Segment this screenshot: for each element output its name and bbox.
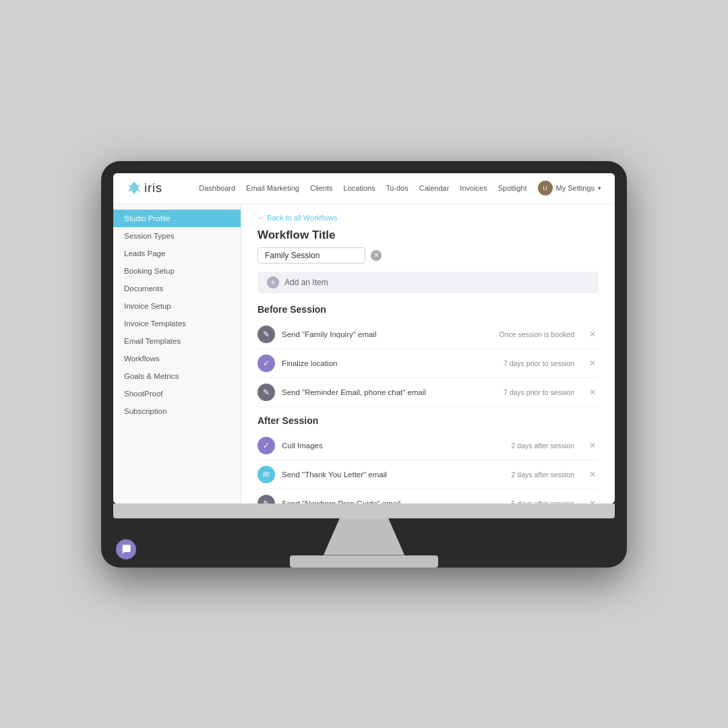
workflow-title-input[interactable] <box>257 247 365 264</box>
check-icon-1: ✓ <box>257 355 275 372</box>
sidebar-item-email-templates[interactable]: Email Templates <box>113 332 241 350</box>
sidebar-item-booking-setup[interactable]: Booking Setup <box>113 262 241 280</box>
logo-icon <box>127 181 142 195</box>
workflow-title-label: Workflow Title <box>257 229 599 242</box>
after-item-timing-0: 2 days after session <box>512 442 574 450</box>
email-icon-after-1: ✉ <box>257 466 275 483</box>
user-avatar: U <box>538 181 553 195</box>
sidebar-item-shootproof[interactable]: ShootProof <box>113 385 241 402</box>
sidebar-item-workflows[interactable]: Workflows <box>113 350 241 367</box>
after-item-delete-0[interactable]: ✕ <box>586 439 599 452</box>
before-item-text-1: Finalize location <box>282 359 497 367</box>
edit-icon-0: ✎ <box>257 326 275 343</box>
top-nav: iris Dashboard Email Marketing Clients L… <box>113 173 615 204</box>
after-item-timing-2: 5 days after session <box>512 499 574 504</box>
before-item-2: ✎ Send "Reminder Email, phone chat" emai… <box>257 378 599 407</box>
after-item-text-0: Cull Images <box>282 442 505 450</box>
after-item-text-1: Send "Thank You Letter" email <box>282 471 505 479</box>
after-item-0: ✓ Cull Images 2 days after session ✕ <box>257 431 599 460</box>
add-item-bar[interactable]: + Add an Item <box>257 272 599 293</box>
sidebar-item-documents[interactable]: Documents <box>113 280 241 297</box>
before-item-text-2: Send "Reminder Email, phone chat" email <box>282 388 497 396</box>
edit-icon-2: ✎ <box>257 384 275 401</box>
sidebar-item-invoice-setup[interactable]: Invoice Setup <box>113 297 241 315</box>
nav-todos[interactable]: To-dos <box>386 184 408 192</box>
nav-spotlight[interactable]: Spotlight <box>498 184 527 192</box>
after-item-1: ✉ Send "Thank You Letter" email 2 days a… <box>257 460 599 489</box>
nav-locations[interactable]: Locations <box>344 184 375 192</box>
nav-user[interactable]: U My Settings ▾ <box>538 181 601 195</box>
logo: iris <box>127 181 162 195</box>
nav-invoices[interactable]: Invoices <box>460 184 487 192</box>
nav-user-label: My Settings <box>556 184 595 192</box>
add-item-label: Add an Item <box>284 278 328 287</box>
after-item-2: ✎ Send "Newborn Prep Guide" email 5 days… <box>257 489 599 504</box>
nav-calendar[interactable]: Calendar <box>419 184 450 192</box>
main-content: ← Back to all Workflows Workflow Title ✕… <box>241 204 615 504</box>
before-item-0: ✎ Send "Family Inquiry" email Once sessi… <box>257 320 599 349</box>
app-body: Studio Profile Session Types Leads Page … <box>113 204 615 504</box>
sidebar-item-session-types[interactable]: Session Types <box>113 227 241 245</box>
before-item-timing-0: Once session is booked <box>499 330 574 338</box>
check-icon-after-0: ✓ <box>257 437 275 454</box>
add-item-circle-icon: + <box>267 276 279 289</box>
clear-icon[interactable]: ✕ <box>371 250 382 261</box>
before-item-delete-1[interactable]: ✕ <box>586 357 599 369</box>
before-item-timing-1: 7 days prior to session <box>504 359 574 367</box>
before-item-delete-0[interactable]: ✕ <box>586 328 599 340</box>
after-session-title: After Session <box>257 415 599 426</box>
before-item-delete-2[interactable]: ✕ <box>586 386 599 398</box>
after-item-timing-1: 2 days after session <box>512 471 574 479</box>
sidebar-item-subscription[interactable]: Subscription <box>113 402 241 420</box>
nav-clients[interactable]: Clients <box>310 184 333 192</box>
before-item-timing-2: 7 days prior to session <box>504 388 574 396</box>
before-item-text-0: Send "Family Inquiry" email <box>282 330 493 338</box>
before-item-1: ✓ Finalize location 7 days prior to sess… <box>257 349 599 378</box>
workflow-title-row: ✕ <box>257 247 599 264</box>
sidebar-item-goals-metrics[interactable]: Goals & Metrics <box>113 367 241 385</box>
nav-links: Dashboard Email Marketing Clients Locati… <box>199 181 601 195</box>
nav-dashboard[interactable]: Dashboard <box>199 184 235 192</box>
sidebar-item-invoice-templates[interactable]: Invoice Templates <box>113 315 241 332</box>
after-item-delete-2[interactable]: ✕ <box>586 497 599 504</box>
sidebar: Studio Profile Session Types Leads Page … <box>113 204 241 504</box>
edit-icon-after-2: ✎ <box>257 495 275 504</box>
before-session-title: Before Session <box>257 304 599 315</box>
sidebar-item-studio-profile[interactable]: Studio Profile <box>113 210 241 227</box>
back-link[interactable]: ← Back to all Workflows <box>257 214 599 222</box>
logo-text: iris <box>144 181 162 195</box>
after-item-delete-1[interactable]: ✕ <box>586 468 599 481</box>
nav-email-marketing[interactable]: Email Marketing <box>246 184 299 192</box>
chevron-down-icon: ▾ <box>598 185 601 191</box>
after-item-text-2: Send "Newborn Prep Guide" email <box>282 499 505 504</box>
sidebar-item-leads-page[interactable]: Leads Page <box>113 245 241 262</box>
